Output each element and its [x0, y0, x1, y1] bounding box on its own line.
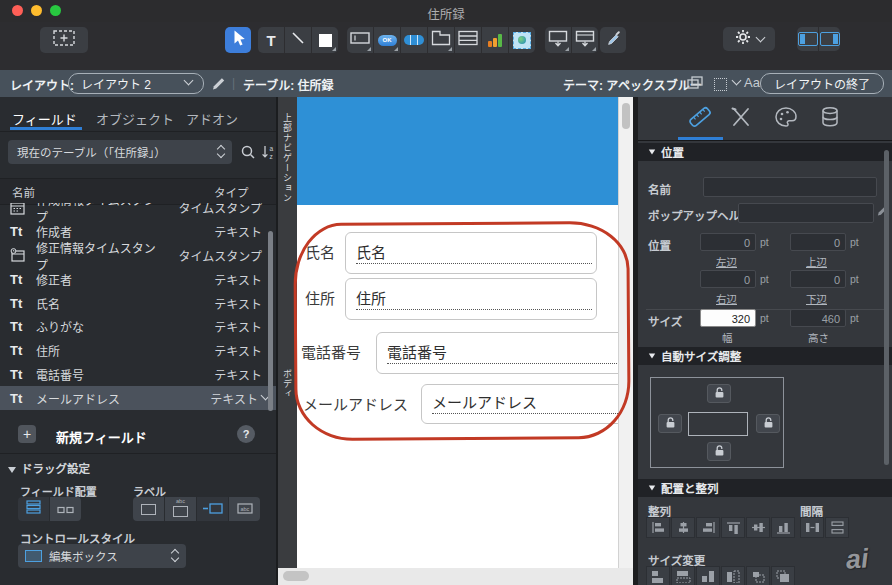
layout-canvas[interactable]: 氏名 氏名 住所 住所 電話番号 電話番号 メールアドレス メールアドレス — [297, 97, 618, 568]
canvas-field-box-mail[interactable]: メールアドレス — [421, 384, 618, 424]
label-above-button[interactable]: abc — [165, 497, 196, 521]
label-none-button[interactable] — [133, 497, 164, 521]
object-name-input[interactable] — [703, 177, 877, 197]
field-row[interactable]: Tt 氏名 テキスト — [0, 291, 276, 315]
position-top-input[interactable]: 0 — [790, 233, 846, 251]
right-edge-label[interactable]: 右辺 — [716, 291, 737, 306]
toggle-right-panel-button[interactable] — [819, 27, 840, 51]
autosize-section-header[interactable]: 自動サイズ調整 — [638, 347, 892, 365]
button-tool-button[interactable]: OK — [374, 27, 400, 53]
chart-tool-button[interactable] — [482, 27, 508, 53]
canvas-field-label[interactable]: メールアドレス — [303, 393, 408, 414]
align-middle-v-button[interactable] — [746, 517, 770, 538]
table-selector[interactable]: 現在のテーブル（「住所録」） — [8, 140, 232, 164]
tab-fields[interactable]: フィールド — [12, 109, 77, 128]
space-horizontal-button[interactable] — [800, 517, 824, 538]
placement-horizontal-button[interactable] — [50, 497, 81, 521]
resize-largest-both-button[interactable] — [771, 566, 795, 585]
bottom-edge-label[interactable]: 下辺 — [806, 291, 827, 306]
top-navigation-part-label[interactable]: 上部ナビゲーション — [281, 113, 294, 203]
pointer-tool-button[interactable] — [225, 27, 251, 53]
exit-layout-button[interactable]: レイアウトの終了 — [760, 73, 884, 94]
align-bottom-button[interactable] — [771, 517, 795, 538]
scrollbar-thumb[interactable] — [622, 103, 630, 129]
body-part-label[interactable]: ボディ — [281, 369, 294, 399]
label-inside-button[interactable]: abc — [229, 497, 260, 521]
resize-largest-width-button[interactable] — [671, 566, 695, 585]
tab-control-tool-button[interactable] — [428, 27, 454, 53]
field-row-selected[interactable]: Tt メールアドレス テキスト — [0, 386, 276, 410]
canvas-field-label[interactable]: 氏名 — [305, 241, 335, 262]
top-edge-label[interactable]: 上辺 — [806, 254, 827, 269]
position-right-input[interactable]: 0 — [700, 270, 756, 288]
control-style-selector[interactable]: 編集ボックス — [18, 544, 186, 568]
canvas-field-box-jusho[interactable]: 住所 — [345, 278, 597, 320]
resize-smallest-height-button[interactable] — [696, 566, 720, 585]
resize-smallest-width-button[interactable] — [646, 566, 670, 585]
selection-style-icon[interactable] — [714, 78, 727, 91]
tab-appearance[interactable] — [721, 105, 761, 133]
line-tool-button[interactable] — [285, 27, 311, 53]
help-button[interactable]: ? — [237, 425, 255, 443]
drag-settings-header[interactable]: ドラッグ設定 — [8, 460, 90, 476]
top-navigation-part[interactable] — [297, 97, 618, 205]
edit-layout-name-button[interactable] — [211, 76, 226, 94]
field-row[interactable]: Tt 電話番号 テキスト — [0, 363, 276, 387]
canvas-field-label[interactable]: 電話番号 — [301, 341, 361, 362]
tab-data[interactable] — [810, 105, 850, 133]
label-left-button[interactable] — [197, 497, 228, 521]
text-tool-button[interactable]: T — [258, 27, 284, 53]
align-top-button[interactable] — [721, 517, 745, 538]
field-list-scrollbar[interactable] — [268, 231, 273, 411]
resize-smallest-both-button[interactable] — [746, 566, 770, 585]
chevron-down-icon[interactable] — [732, 76, 742, 86]
portal-tool-button[interactable] — [455, 27, 481, 53]
type-column-header[interactable]: タイプ — [214, 184, 249, 200]
lock-left-button[interactable] — [658, 414, 682, 433]
tab-position[interactable] — [680, 105, 720, 133]
field-tool-button[interactable] — [347, 27, 373, 53]
left-edge-label[interactable]: 左辺 — [716, 254, 737, 269]
position-section-header[interactable]: 位置 — [638, 143, 892, 161]
position-left-input[interactable]: 0 — [700, 233, 756, 251]
search-icon[interactable] — [240, 144, 256, 164]
lock-top-button[interactable] — [707, 384, 731, 403]
tab-styles[interactable] — [766, 105, 806, 133]
field-row[interactable]: 修正情報タイムスタンプ タイムスタンプ — [0, 244, 276, 268]
sort-az-icon[interactable]: az — [260, 144, 276, 164]
add-field-button[interactable]: + — [18, 425, 36, 443]
scrollbar-thumb[interactable] — [283, 571, 309, 581]
height-input[interactable]: 460 — [790, 309, 846, 327]
position-bottom-input[interactable]: 0 — [790, 270, 846, 288]
tab-objects[interactable]: オブジェクト — [96, 109, 174, 128]
placement-vertical-button[interactable] — [18, 497, 49, 521]
new-field-label[interactable]: 新規フィールド — [56, 427, 147, 446]
popup-help-input[interactable] — [738, 203, 874, 223]
duplicate-icon[interactable] — [687, 76, 704, 93]
align-left-button[interactable] — [646, 517, 670, 538]
font-size-icon[interactable]: Aa — [744, 75, 760, 90]
toggle-left-panel-button[interactable] — [797, 27, 818, 51]
tab-addons[interactable]: アドオン — [186, 109, 238, 128]
canvas-field-box-denwa[interactable]: 電話番号 — [376, 332, 618, 374]
field-row[interactable]: Tt 修正者 テキスト — [0, 267, 276, 291]
format-painter-button[interactable] — [600, 27, 626, 53]
field-row[interactable]: Tt 住所 テキスト — [0, 339, 276, 363]
canvas-vertical-scrollbar[interactable] — [618, 97, 634, 568]
canvas-field-label[interactable]: 住所 — [305, 287, 335, 308]
lock-bottom-button[interactable] — [707, 442, 731, 461]
shape-tool-button[interactable] — [312, 27, 338, 53]
media-tool-button[interactable] — [509, 27, 535, 53]
canvas-field-box-shimei[interactable]: 氏名 — [345, 232, 597, 274]
inspector-scrollbar[interactable] — [884, 150, 889, 465]
align-right-button[interactable] — [696, 517, 720, 538]
manage-button[interactable] — [723, 27, 775, 51]
theme-info[interactable]: テーマ: アペックスブルー — [563, 76, 702, 93]
part-tool-button[interactable] — [572, 27, 598, 53]
name-column-header[interactable]: 名前 — [12, 184, 35, 200]
new-layout-report-button[interactable] — [40, 27, 88, 53]
width-input[interactable]: 320 — [700, 309, 756, 327]
space-vertical-button[interactable] — [825, 517, 849, 538]
lock-right-button[interactable] — [756, 414, 780, 433]
button-bar-tool-button[interactable] — [401, 27, 427, 53]
